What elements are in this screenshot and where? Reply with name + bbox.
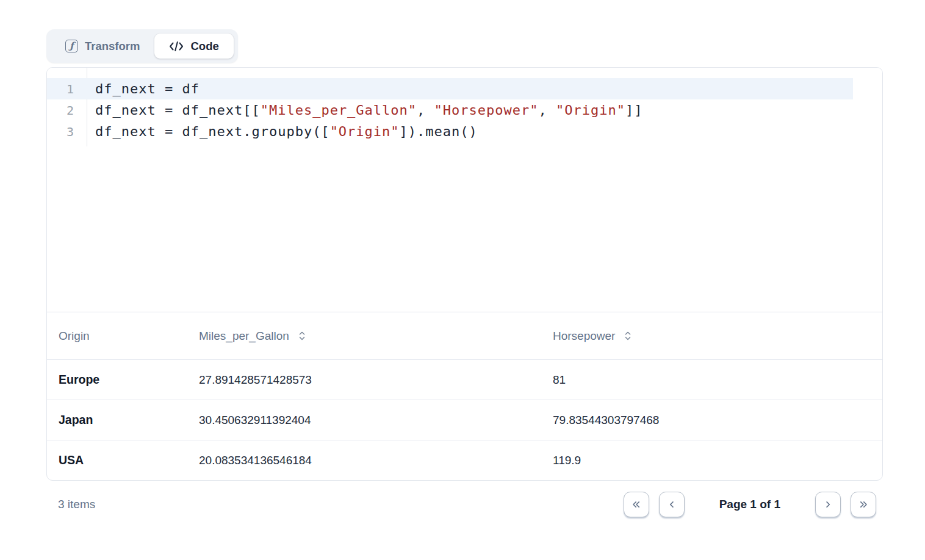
sort-icon	[624, 331, 632, 341]
line-number: 1	[47, 82, 87, 96]
table-row: Europe27.89142857142857381	[47, 359, 882, 400]
chevron-left-icon	[667, 500, 677, 509]
row-label: Europe	[47, 373, 187, 387]
line-number: 2	[47, 103, 87, 118]
column-label: Miles_per_Gallon	[199, 329, 289, 343]
cell-value: 119.9	[541, 454, 882, 467]
table-header: Origin Miles_per_Gallon Horsepower	[47, 312, 882, 359]
content-panel: 1df_next = df2df_next = df_next[["Miles_…	[46, 67, 883, 481]
tab-code[interactable]: Code	[154, 34, 233, 59]
double-chevron-right-icon	[858, 500, 869, 509]
tab-transform[interactable]: ƒ Transform	[51, 34, 154, 59]
column-header-horsepower[interactable]: Horsepower	[541, 329, 882, 343]
cell-value: 20.083534136546184	[187, 454, 541, 467]
previous-page-button[interactable]	[659, 492, 685, 517]
sort-icon	[298, 331, 306, 341]
tab-transform-label: Transform	[85, 40, 140, 53]
column-label: Origin	[59, 329, 90, 343]
tab-code-label: Code	[190, 40, 218, 53]
row-label: Japan	[47, 413, 187, 427]
row-label: USA	[47, 453, 187, 467]
pagination: Page 1 of 1	[624, 492, 883, 517]
chevron-right-icon	[823, 500, 833, 509]
cell-value: 81	[541, 373, 882, 387]
code-text: df_next = df	[87, 81, 200, 96]
column-header-origin: Origin	[47, 329, 187, 343]
last-page-button[interactable]	[851, 492, 876, 517]
double-chevron-left-icon	[631, 500, 641, 509]
table-row: Japan30.45063291139240479.83544303797468	[47, 400, 882, 440]
function-icon: ƒ	[65, 40, 78, 52]
first-page-button[interactable]	[624, 492, 649, 517]
code-text: df_next = df_next[["Miles_per_Gallon", "…	[87, 102, 643, 118]
page: ƒ Transform Code 1df_next = df2df_next =…	[46, 0, 883, 518]
code-icon	[169, 41, 184, 51]
view-mode-tabs: ƒ Transform Code	[46, 29, 238, 63]
table-body: Europe27.89142857142857381Japan30.450632…	[47, 359, 882, 480]
next-page-button[interactable]	[815, 492, 841, 517]
column-header-miles-per-gallon[interactable]: Miles_per_Gallon	[187, 329, 541, 343]
column-label: Horsepower	[553, 329, 615, 343]
code-line[interactable]: 1df_next = df	[47, 78, 853, 99]
cell-value: 30.450632911392404	[187, 414, 541, 427]
code-line[interactable]: 3df_next = df_next.groupby(["Origin"]).m…	[47, 121, 853, 142]
code-text: df_next = df_next.groupby(["Origin"]).me…	[87, 124, 478, 139]
code-editor[interactable]: 1df_next = df2df_next = df_next[["Miles_…	[47, 68, 882, 312]
table-footer: 3 items Page 1 of 1	[46, 491, 883, 518]
line-number: 3	[47, 124, 87, 139]
table-row: USA20.083534136546184119.9	[47, 440, 882, 480]
cell-value: 27.891428571428573	[187, 373, 541, 387]
page-indicator: Page 1 of 1	[719, 498, 780, 511]
items-count: 3 items	[46, 498, 95, 511]
code-lines: 1df_next = df2df_next = df_next[["Miles_…	[47, 68, 882, 142]
code-line[interactable]: 2df_next = df_next[["Miles_per_Gallon", …	[47, 99, 853, 121]
cell-value: 79.83544303797468	[541, 414, 882, 427]
